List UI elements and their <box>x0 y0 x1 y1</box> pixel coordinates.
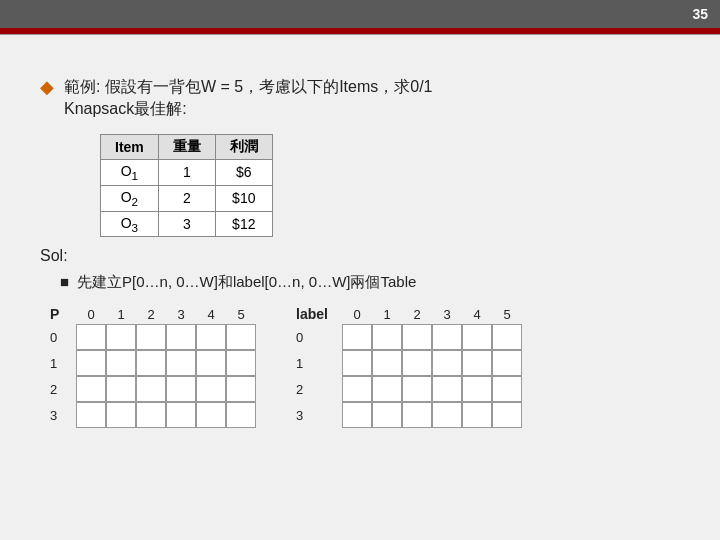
p-table-wrapper: P 0 1 2 3 4 5 0 1 <box>50 306 256 428</box>
label-table-header-row: label 0 1 2 3 4 5 <box>296 306 522 322</box>
p-cell-0-1 <box>106 324 136 350</box>
label-col-5: 5 <box>492 307 522 322</box>
item-row-1: O1 1 $6 <box>101 160 273 186</box>
label-cell-0-2 <box>402 324 432 350</box>
label-col-1: 1 <box>372 307 402 322</box>
p-cell-3-4 <box>196 402 226 428</box>
item-row-2-weight: 2 <box>158 185 215 211</box>
p-col-4: 4 <box>196 307 226 322</box>
p-col-5: 5 <box>226 307 256 322</box>
p-cell-0-2 <box>136 324 166 350</box>
item-row-3: O3 3 $12 <box>101 211 273 237</box>
label-cell-3-3 <box>432 402 462 428</box>
label-row-label-1: 1 <box>296 356 342 371</box>
p-row-3: 3 <box>50 402 256 428</box>
label-row-3: 3 <box>296 402 522 428</box>
label-table-corner-label: label <box>296 306 342 322</box>
top-bar: 35 <box>0 0 720 28</box>
label-row-label-0: 0 <box>296 330 342 345</box>
slide-number: 35 <box>692 6 708 22</box>
p-row-label-0: 0 <box>50 330 76 345</box>
label-cell-0-4 <box>462 324 492 350</box>
item-table: Item 重量 利潤 O1 1 $6 O2 2 $10 O3 3 <box>100 134 273 237</box>
label-cell-2-1 <box>372 376 402 402</box>
label-col-4: 4 <box>462 307 492 322</box>
example-text-line1: 範例: 假設有一背包W = 5，考慮以下的Items，求0/1 <box>64 75 432 99</box>
label-col-2: 2 <box>402 307 432 322</box>
label-table-wrapper: label 0 1 2 3 4 5 0 1 <box>296 306 522 428</box>
item-table-wrapper: Item 重量 利潤 O1 1 $6 O2 2 $10 O3 3 <box>100 134 680 237</box>
label-col-3: 3 <box>432 307 462 322</box>
p-cell-2-1 <box>106 376 136 402</box>
p-cell-0-0 <box>76 324 106 350</box>
p-cell-3-3 <box>166 402 196 428</box>
label-cell-0-3 <box>432 324 462 350</box>
p-cell-2-4 <box>196 376 226 402</box>
p-cell-1-4 <box>196 350 226 376</box>
label-cell-2-0 <box>342 376 372 402</box>
p-cell-2-2 <box>136 376 166 402</box>
item-row-3-name: O3 <box>101 211 159 237</box>
item-row-2-name: O2 <box>101 185 159 211</box>
example-section: ◆ 範例: 假設有一背包W = 5，考慮以下的Items，求0/1 Knapsa… <box>40 75 680 120</box>
p-table-corner-label: P <box>50 306 76 322</box>
label-row-label-2: 2 <box>296 382 342 397</box>
label-cell-3-0 <box>342 402 372 428</box>
label-cell-1-4 <box>462 350 492 376</box>
bullet-n-icon: ■ <box>60 273 69 290</box>
item-row-1-weight: 1 <box>158 160 215 186</box>
label-cell-1-3 <box>432 350 462 376</box>
p-cell-0-5 <box>226 324 256 350</box>
p-cell-1-5 <box>226 350 256 376</box>
item-row-3-profit: $12 <box>215 211 272 237</box>
label-row-2: 2 <box>296 376 522 402</box>
label-cell-1-0 <box>342 350 372 376</box>
main-content: ◆ 範例: 假設有一背包W = 5，考慮以下的Items，求0/1 Knapsa… <box>0 51 720 448</box>
label-col-0: 0 <box>342 307 372 322</box>
p-cell-2-0 <box>76 376 106 402</box>
p-cell-3-2 <box>136 402 166 428</box>
label-row-label-3: 3 <box>296 408 342 423</box>
p-cell-1-0 <box>76 350 106 376</box>
item-row-1-profit: $6 <box>215 160 272 186</box>
label-cell-2-3 <box>432 376 462 402</box>
p-cell-3-0 <box>76 402 106 428</box>
p-table-header-row: P 0 1 2 3 4 5 <box>50 306 256 322</box>
p-cell-3-1 <box>106 402 136 428</box>
p-row-0: 0 <box>50 324 256 350</box>
item-row-1-name: O1 <box>101 160 159 186</box>
p-table-body: 0 1 2 <box>50 324 256 428</box>
label-cell-1-2 <box>402 350 432 376</box>
label-cell-3-4 <box>462 402 492 428</box>
p-row-1: 1 <box>50 350 256 376</box>
label-cell-1-1 <box>372 350 402 376</box>
p-row-label-1: 1 <box>50 356 76 371</box>
label-cell-3-2 <box>402 402 432 428</box>
p-cell-2-3 <box>166 376 196 402</box>
p-row-label-2: 2 <box>50 382 76 397</box>
separator-line <box>0 34 720 35</box>
label-cell-2-4 <box>462 376 492 402</box>
item-row-2-profit: $10 <box>215 185 272 211</box>
p-row-2: 2 <box>50 376 256 402</box>
p-cell-1-2 <box>136 350 166 376</box>
item-row-2: O2 2 $10 <box>101 185 273 211</box>
label-cell-0-1 <box>372 324 402 350</box>
two-tables-row: P 0 1 2 3 4 5 0 1 <box>50 306 680 428</box>
label-cell-0-0 <box>342 324 372 350</box>
label-cell-3-1 <box>372 402 402 428</box>
p-row-label-3: 3 <box>50 408 76 423</box>
p-cell-3-5 <box>226 402 256 428</box>
label-table-body: 0 1 2 <box>296 324 522 428</box>
sol-label: Sol: <box>40 247 680 265</box>
p-col-0: 0 <box>76 307 106 322</box>
p-col-2: 2 <box>136 307 166 322</box>
bullet-diamond-icon: ◆ <box>40 76 54 98</box>
p-cell-1-3 <box>166 350 196 376</box>
item-row-3-weight: 3 <box>158 211 215 237</box>
n-text: 先建立P[0…n, 0…W]和label[0…n, 0…W]兩個Table <box>77 273 416 292</box>
p-cell-2-5 <box>226 376 256 402</box>
p-cell-0-4 <box>196 324 226 350</box>
label-cell-2-2 <box>402 376 432 402</box>
item-table-header-weight: 重量 <box>158 135 215 160</box>
